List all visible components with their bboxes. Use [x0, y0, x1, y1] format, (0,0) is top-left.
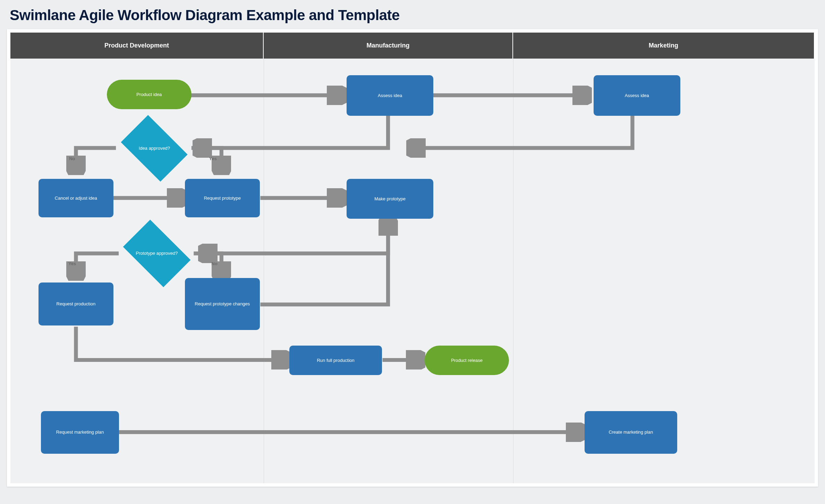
node-make-prototype: Make prototype — [347, 179, 433, 218]
edge-label-proto-yes: Yes — [68, 261, 76, 266]
page-title: Swimlane Agile Workflow Diagram Example … — [10, 7, 818, 24]
node-idea-approved: Idea approved? — [115, 121, 194, 175]
node-run-full-production: Run full production — [289, 346, 382, 375]
node-create-marketing-plan: Create marketing plan — [585, 411, 677, 454]
node-request-production: Request production — [39, 283, 113, 325]
node-request-marketing-plan: Request marketing plan — [41, 411, 119, 454]
node-product-idea: Product idea — [107, 80, 191, 109]
node-cancel-adjust: Cancel or adjust idea — [39, 179, 113, 217]
edge-label-idea-yes: Yes — [209, 156, 217, 161]
diagram-canvas: Product Development Manufacturing Market… — [10, 33, 815, 483]
node-prototype-approved: Prototype approved? — [117, 226, 197, 280]
node-request-proto-changes: Request prototype changes — [185, 278, 260, 330]
node-assess-idea-mfg: Assess idea — [347, 75, 433, 116]
node-assess-idea-mkt: Assess idea — [594, 75, 680, 116]
node-request-prototype: Request prototype — [185, 179, 260, 217]
node-prototype-approved-label: Prototype approved? — [117, 226, 197, 280]
edge-label-proto-no: No — [212, 261, 218, 266]
edge-label-idea-no: No — [69, 156, 75, 161]
diagram-frame: Product Development Manufacturing Market… — [7, 29, 818, 487]
node-idea-approved-label: Idea approved? — [115, 121, 194, 175]
node-product-release: Product release — [425, 346, 509, 375]
